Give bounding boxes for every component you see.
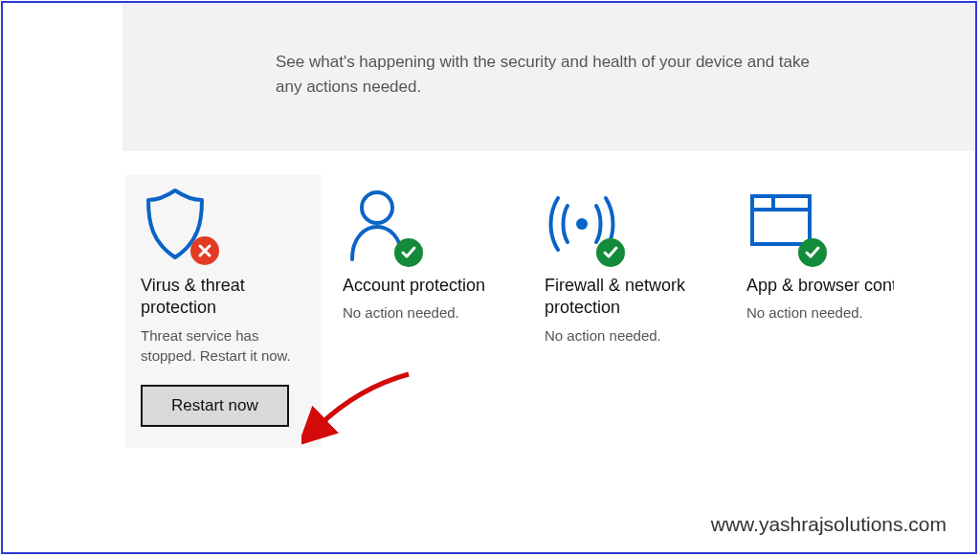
shield-icon: [141, 187, 217, 263]
tile-virus-threat[interactable]: Virus & threat protection Threat service…: [125, 175, 322, 448]
svg-rect-2: [752, 196, 810, 244]
header-band: See what's happening with the security a…: [122, 3, 975, 151]
tile-title: Firewall & network protection: [545, 275, 710, 320]
tile-title: App & browser control: [746, 275, 879, 297]
tile-account-protection[interactable]: Account protection No action needed.: [327, 175, 523, 448]
tile-title: Virus & threat protection: [141, 275, 306, 320]
network-signal-icon: [545, 187, 621, 263]
tile-status: No action needed.: [746, 302, 879, 323]
tile-app-browser[interactable]: App & browser control No action needed.: [731, 175, 894, 448]
svg-point-0: [362, 192, 392, 223]
error-badge-icon: [190, 236, 219, 265]
tile-title: Account protection: [343, 275, 508, 297]
svg-point-1: [576, 218, 588, 230]
watermark-text: www.yashrajsolutions.com: [711, 513, 947, 536]
tile-status: No action needed.: [545, 325, 710, 345]
window-icon: [746, 187, 823, 263]
check-badge-icon: [798, 238, 827, 267]
restart-now-button[interactable]: Restart now: [141, 385, 289, 427]
person-icon: [343, 187, 419, 263]
security-tiles: Virus & threat protection Threat service…: [125, 175, 975, 448]
intro-text: See what's happening with the security a…: [276, 50, 812, 99]
tile-status: No action needed.: [343, 302, 508, 323]
check-badge-icon: [596, 238, 625, 267]
check-badge-icon: [394, 238, 423, 267]
tile-firewall-network[interactable]: Firewall & network protection No action …: [529, 175, 725, 448]
tile-status: Threat service has stopped. Restart it n…: [141, 325, 306, 366]
